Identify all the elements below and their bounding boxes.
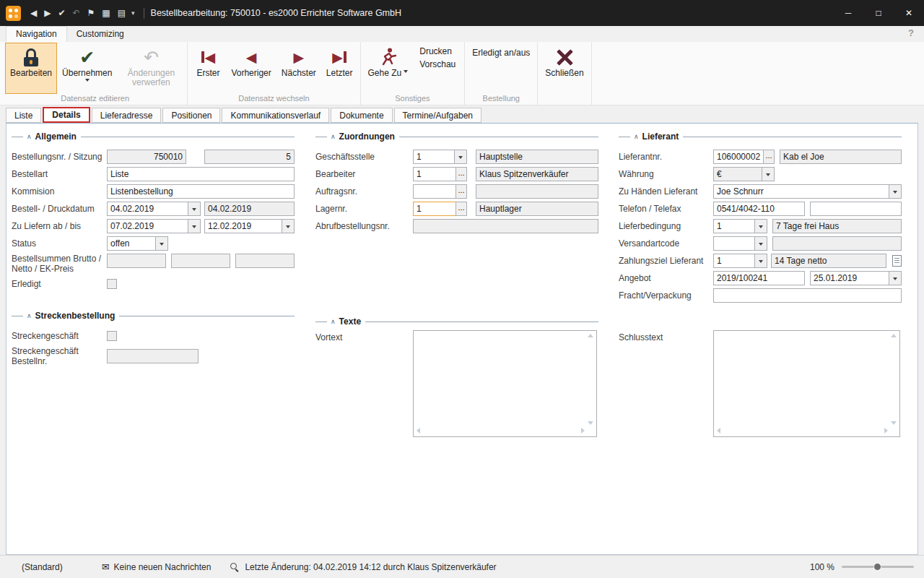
auftragsnr-value[interactable] — [413, 184, 456, 199]
nav-forward-icon[interactable]: ▶ — [40, 0, 54, 26]
lieferantnr-input[interactable]: 106000002 ... — [713, 150, 775, 164]
naechster-button[interactable]: ▶ Nächster — [276, 43, 321, 94]
statusbar: (Standard) ✉ Keine neuen Nachrichten Let… — [0, 555, 924, 578]
close-button[interactable]: ✕ — [894, 0, 924, 26]
maximize-button[interactable]: □ — [863, 0, 894, 26]
dropdown-arrow-icon[interactable] — [188, 202, 200, 215]
dropdown-arrow-icon[interactable] — [188, 220, 200, 233]
apply-icon[interactable]: ✔ — [54, 0, 69, 26]
first-record-icon: ◀ — [205, 51, 216, 64]
dropdown-arrow-icon[interactable] — [762, 168, 774, 181]
section-header-streckenbestellung: ∧ Streckenbestellung — [12, 310, 295, 322]
vorschau-button[interactable]: Vorschau — [414, 58, 461, 71]
zoom-slider[interactable] — [842, 566, 914, 568]
zuhaenden-select[interactable]: Joe Schnurr — [713, 184, 902, 199]
scroll-right-icon[interactable] — [581, 428, 585, 434]
ribbon-tab-customizing[interactable]: Customizing — [67, 27, 134, 42]
streckengeschaeft-checkbox[interactable] — [107, 331, 117, 341]
bearbeiter-input[interactable]: 1 ... — [413, 167, 467, 181]
lagernr-input[interactable]: 1 ... — [413, 202, 467, 216]
erster-button[interactable]: ◀ Erster — [190, 43, 226, 94]
minimize-button[interactable]: ─ — [833, 0, 863, 26]
lagernr-value[interactable]: 1 — [413, 202, 456, 216]
gehe-zu-button[interactable]: Gehe Zu — [363, 43, 414, 94]
liefern-ab-input[interactable]: 07.02.2019 — [107, 219, 201, 233]
dropdown-arrow-icon[interactable] — [155, 237, 167, 250]
liefern-bis-input[interactable]: 12.02.2019 — [204, 219, 295, 233]
status-select[interactable]: offen — [107, 236, 168, 251]
undo-quick-icon[interactable]: ↶ — [69, 0, 84, 26]
zoom-slider-thumb[interactable] — [873, 563, 881, 571]
schlusstext-textarea[interactable] — [713, 330, 900, 437]
notes-icon[interactable]: ▤ — [114, 0, 129, 26]
dropdown-arrow-icon[interactable] — [889, 185, 901, 198]
bearbeiten-button[interactable]: Bearbeiten — [5, 43, 57, 94]
lieferantnr-lookup-button[interactable]: ... — [763, 150, 775, 164]
collapse-allgemein-icon[interactable]: ∧ — [27, 134, 32, 140]
tab-positionen[interactable]: Positionen — [162, 108, 220, 123]
dropdown-arrow-icon[interactable] — [889, 272, 901, 285]
scroll-up-icon[interactable] — [588, 334, 593, 337]
tab-termine-aufgaben[interactable]: Termine/Aufgaben — [394, 108, 481, 123]
quick-access-dropdown-icon[interactable]: ▾ — [129, 9, 137, 17]
scroll-up-icon[interactable] — [891, 334, 897, 337]
scroll-down-icon[interactable] — [588, 421, 593, 425]
dropdown-arrow-icon[interactable] — [754, 254, 767, 267]
ribbon-tab-navigation[interactable]: Navigation — [6, 26, 67, 42]
tab-liste[interactable]: Liste — [6, 108, 41, 123]
collapse-zuordnungen-icon[interactable]: ∧ — [331, 134, 336, 140]
document-icon[interactable] — [892, 255, 902, 267]
collapse-texte-icon[interactable]: ∧ — [331, 319, 336, 325]
scroll-left-icon[interactable] — [717, 428, 720, 434]
bestellart-field[interactable]: Liste — [107, 167, 295, 181]
erledigt-an-aus-button[interactable]: Erledigt an/aus — [467, 43, 535, 59]
collapse-lieferant-icon[interactable]: ∧ — [634, 134, 639, 140]
schliessen-button[interactable]: Schließen — [540, 43, 588, 94]
vorheriger-button[interactable]: ◀ Vorheriger — [226, 43, 276, 94]
row-geschaeftsstelle: Geschäftsstelle 1 Hauptstelle — [315, 150, 598, 164]
help-icon[interactable]: ? — [908, 27, 914, 38]
vortext-textarea[interactable] — [413, 330, 597, 437]
waehrung-value: € — [714, 169, 762, 179]
lieferantnr-value[interactable]: 106000002 — [713, 150, 764, 164]
bestelldatum-input[interactable]: 04.02.2019 — [107, 202, 201, 216]
versandartcode-select[interactable] — [713, 236, 767, 251]
dropdown-arrow-icon[interactable] — [754, 220, 767, 233]
dropdown-arrow-icon[interactable] — [282, 220, 294, 233]
scroll-right-icon[interactable] — [884, 428, 888, 434]
flag-icon[interactable]: ⚑ — [84, 0, 99, 26]
aenderungen-verwerfen-button[interactable]: ↶ Änderungen verwerfen — [117, 43, 185, 94]
tab-lieferadresse[interactable]: Lieferadresse — [92, 108, 162, 123]
lagernr-lookup-button[interactable]: ... — [456, 202, 467, 216]
auftragsnr-input[interactable]: ... — [413, 184, 467, 199]
calendar-icon[interactable]: ▦ — [98, 0, 113, 26]
drucken-button[interactable]: Drucken — [414, 45, 461, 58]
bearbeiter-value[interactable]: 1 — [413, 167, 456, 181]
tab-dokumente[interactable]: Dokumente — [331, 108, 392, 123]
scroll-down-icon[interactable] — [891, 421, 897, 425]
scroll-left-icon[interactable] — [417, 428, 420, 434]
letzter-button[interactable]: ▶ Letzter — [321, 43, 358, 94]
dropdown-arrow-icon[interactable] — [754, 237, 767, 250]
lieferbedingung-select[interactable]: 1 — [713, 219, 767, 233]
telefax-field[interactable] — [810, 202, 902, 216]
dropdown-arrow-icon[interactable] — [454, 150, 466, 163]
tab-details[interactable]: Details — [43, 107, 90, 123]
nav-back-icon[interactable]: ◀ — [27, 0, 40, 26]
angebot-datum-input[interactable]: 25.01.2019 — [810, 271, 902, 285]
auftragsnr-lookup-button[interactable]: ... — [456, 184, 467, 199]
angebot-nr-field[interactable]: 2019/100241 — [713, 271, 805, 285]
fracht-field[interactable] — [713, 288, 902, 303]
waehrung-select[interactable]: € — [713, 167, 775, 181]
geschaeftsstelle-value: 1 — [414, 152, 454, 162]
ribbon-group-schliessen: Schließen — [538, 42, 591, 105]
zahlungsziel-select[interactable]: 1 — [713, 254, 767, 268]
tab-kommunikationsverlauf[interactable]: Kommunikationsverlauf — [222, 108, 329, 123]
erledigt-checkbox[interactable] — [107, 279, 117, 289]
uebernehmen-button[interactable]: ✔ Übernehmen — [57, 43, 117, 94]
bearbeiter-lookup-button[interactable]: ... — [456, 167, 467, 181]
kommision-field[interactable]: Listenbestellung — [107, 184, 295, 199]
telefon-field[interactable]: 0541/4042-110 — [713, 202, 805, 216]
collapse-strecken-icon[interactable]: ∧ — [27, 313, 32, 319]
geschaeftsstelle-select[interactable]: 1 — [413, 150, 467, 164]
